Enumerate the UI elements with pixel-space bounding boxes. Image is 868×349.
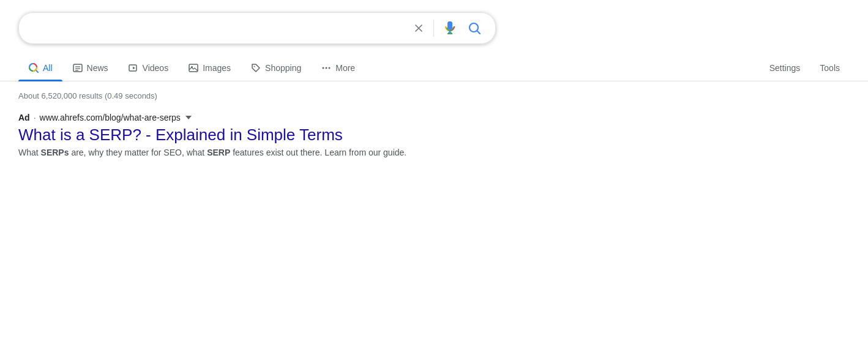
tab-news-label: News bbox=[87, 63, 108, 73]
ad-label: Ad bbox=[18, 113, 30, 122]
nav-container: All News Videos bbox=[0, 55, 868, 81]
svg-point-17 bbox=[326, 67, 327, 69]
svg-rect-0 bbox=[449, 21, 451, 28]
tab-all-label: All bbox=[43, 63, 53, 73]
svg-point-18 bbox=[329, 67, 331, 69]
svg-line-4 bbox=[477, 31, 481, 34]
tab-more-label: More bbox=[335, 63, 355, 73]
tab-videos-label: Videos bbox=[143, 63, 169, 73]
ad-url: www.ahrefs.com/blog/what-are-serps bbox=[40, 113, 181, 122]
tab-tools-label: Tools bbox=[820, 63, 840, 73]
google-q-icon bbox=[28, 62, 39, 73]
tab-shopping-label: Shopping bbox=[265, 63, 301, 73]
tab-videos[interactable]: Videos bbox=[118, 55, 179, 81]
divider bbox=[433, 20, 434, 37]
svg-point-15 bbox=[254, 66, 255, 67]
tab-news[interactable]: News bbox=[62, 55, 118, 81]
serp-bold: SERP bbox=[207, 148, 230, 157]
nav-tabs: All News Videos bbox=[18, 55, 850, 81]
shopping-icon bbox=[250, 62, 261, 73]
images-icon bbox=[188, 62, 199, 73]
search-input[interactable]: what is a serp bbox=[29, 22, 409, 35]
mic-icon bbox=[443, 21, 457, 36]
serps-bold: SERPs bbox=[41, 148, 69, 157]
svg-line-6 bbox=[36, 70, 39, 73]
clear-icon bbox=[413, 22, 425, 34]
ad-url-line: Ad · www.ahrefs.com/blog/what-are-serps bbox=[18, 113, 850, 122]
ad-result: Ad · www.ahrefs.com/blog/what-are-serps … bbox=[18, 113, 850, 159]
svg-point-16 bbox=[323, 67, 324, 69]
tab-more[interactable]: More bbox=[311, 55, 365, 81]
results-stats: About 6,520,000 results (0.49 seconds) bbox=[18, 91, 850, 100]
ad-dropdown-icon[interactable] bbox=[185, 116, 192, 119]
results-area: About 6,520,000 results (0.49 seconds) A… bbox=[0, 81, 868, 171]
voice-search-button[interactable] bbox=[439, 17, 461, 39]
news-icon bbox=[72, 62, 83, 73]
search-button[interactable] bbox=[463, 17, 485, 39]
result-snippet: What SERPs are, why they matter for SEO,… bbox=[18, 146, 484, 159]
search-bar: what is a serp bbox=[18, 12, 496, 44]
more-dots-icon bbox=[321, 62, 332, 73]
svg-marker-12 bbox=[133, 67, 135, 69]
search-icons bbox=[409, 17, 485, 39]
result-title-link[interactable]: What is a SERP? - Explained in Simple Te… bbox=[18, 126, 343, 144]
svg-rect-13 bbox=[189, 64, 198, 72]
tab-settings-label: Settings bbox=[769, 63, 801, 73]
tab-shopping[interactable]: Shopping bbox=[241, 55, 311, 81]
tab-settings[interactable]: Settings bbox=[760, 56, 810, 80]
search-icon bbox=[467, 21, 482, 36]
tab-images[interactable]: Images bbox=[178, 55, 241, 81]
ad-dot: · bbox=[34, 113, 36, 122]
search-bar-container: what is a serp bbox=[0, 0, 868, 50]
clear-button[interactable] bbox=[409, 18, 428, 38]
tab-images-label: Images bbox=[203, 63, 231, 73]
videos-icon bbox=[128, 62, 139, 73]
tab-tools[interactable]: Tools bbox=[810, 56, 850, 80]
tab-all[interactable]: All bbox=[18, 55, 62, 81]
